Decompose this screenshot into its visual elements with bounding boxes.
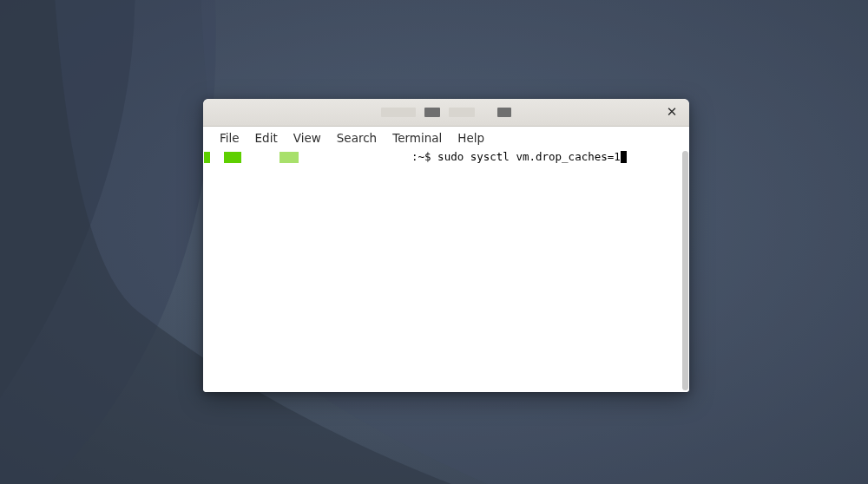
menu-edit[interactable]: Edit	[247, 128, 286, 147]
menu-terminal[interactable]: Terminal	[385, 128, 450, 147]
terminal-scrollbar[interactable]	[682, 151, 688, 390]
menu-view[interactable]: View	[286, 128, 329, 147]
text-cursor	[621, 151, 627, 163]
terminal-output[interactable]: :~$ sudo sysctl vm.drop_caches=1	[203, 149, 689, 392]
terminal-window: ✕ File Edit View Search Terminal Help :~…	[203, 99, 689, 392]
menu-help[interactable]: Help	[450, 128, 492, 147]
prompt-host-block-1	[224, 152, 241, 163]
close-button[interactable]: ✕	[661, 102, 682, 123]
prompt-host-block-2	[279, 152, 299, 163]
command-text: sudo sysctl vm.drop_caches=1	[437, 150, 621, 164]
window-titlebar[interactable]: ✕	[203, 99, 689, 127]
prompt-suffix: :~$	[411, 150, 437, 164]
menu-file[interactable]: File	[212, 128, 247, 147]
menu-search[interactable]: Search	[329, 128, 385, 147]
close-icon: ✕	[667, 106, 678, 119]
menubar: File Edit View Search Terminal Help	[203, 127, 689, 149]
window-title	[381, 108, 511, 117]
terminal-line: :~$ sudo sysctl vm.drop_caches=1	[207, 150, 686, 164]
prompt-user-block	[204, 152, 210, 163]
